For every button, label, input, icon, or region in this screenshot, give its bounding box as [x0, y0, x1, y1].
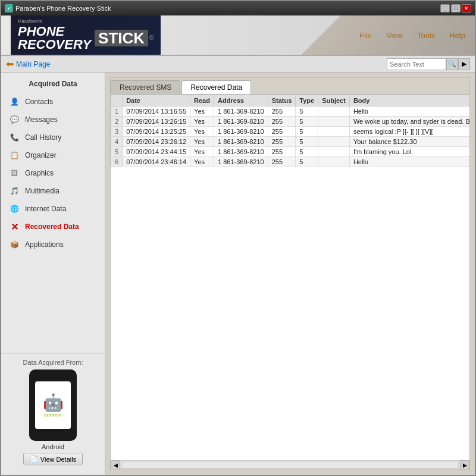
cell-subject	[318, 157, 350, 167]
logo-reg: ®	[149, 35, 154, 41]
horizontal-scrollbar[interactable]: ◀ ▶	[111, 460, 469, 469]
android-text: android	[44, 412, 61, 418]
cell-status: 255	[268, 117, 296, 127]
col-header-read: Read	[190, 95, 214, 107]
cell-body: I'm blaming you. Lol.	[349, 147, 469, 157]
cell-read: Yes	[190, 147, 214, 157]
sidebar-item-internet-data[interactable]: 🌐 Internet Data	[1, 200, 105, 218]
nav-help[interactable]: Help	[449, 31, 465, 40]
cell-num: 6	[111, 157, 123, 167]
table-row[interactable]: 4 07/09/2014 23:26:12 Yes 1 861-369-8210…	[111, 137, 470, 147]
minimize-button[interactable]: _	[440, 4, 450, 12]
app-header: Paraben's PHONE RECOVERY STICK ® File Vi…	[1, 15, 475, 56]
cell-date: 07/09/2014 13:25:25	[123, 127, 190, 137]
contacts-icon: 👤	[8, 96, 20, 108]
device-phone-image: 🤖 android	[29, 369, 77, 441]
nav-tools[interactable]: Tools	[417, 31, 435, 40]
nav-menu: File View Tools Help	[359, 31, 465, 40]
scroll-left-button[interactable]: ◀	[111, 461, 120, 470]
col-header-num	[111, 95, 123, 107]
sidebar-item-call-history[interactable]: 📞 Call History	[1, 129, 105, 146]
logo-area: Paraben's PHONE RECOVERY STICK ®	[11, 15, 161, 56]
cell-date: 07/09/2014 23:26:12	[123, 137, 190, 147]
device-screen: 🤖 android	[35, 381, 71, 429]
nav-file[interactable]: File	[359, 31, 372, 40]
logo-recovery: RECOVERY	[18, 38, 91, 51]
table-row[interactable]: 5 07/09/2014 23:44:15 Yes 1 861-369-8210…	[111, 147, 470, 157]
sidebar-item-applications[interactable]: 📦 Applications	[1, 236, 105, 253]
cell-num: 2	[111, 117, 123, 127]
sidebar-item-recovered-data[interactable]: ✕ Recovered Data	[1, 218, 105, 236]
search-next-button[interactable]: ▶	[458, 58, 470, 70]
window-title: Paraben's Phone Recovery Stick	[15, 5, 111, 12]
cell-type: 5	[296, 147, 318, 157]
scroll-right-button[interactable]: ▶	[460, 461, 469, 470]
tab-recovered-data[interactable]: Recovered Data	[181, 80, 251, 94]
cell-date: 07/09/2014 13:26:15	[123, 117, 190, 127]
sidebar-section-title: Acquired Data	[1, 77, 105, 93]
cell-read: Yes	[190, 137, 214, 147]
graphics-icon: 🖼	[8, 167, 20, 179]
app-icon: ✔	[5, 4, 13, 12]
cell-body: Your balance $122.30	[349, 137, 469, 147]
cell-read: Yes	[190, 107, 214, 117]
tab-recovered-sms[interactable]: Recovered SMS	[111, 80, 180, 94]
col-header-type: Type	[296, 95, 318, 107]
title-bar-left: ✔ Paraben's Phone Recovery Stick	[5, 4, 111, 12]
device-acquired-label: Data Acquired From:	[6, 359, 100, 366]
toolbar: ⬅ Main Page 🔍 ▶	[1, 56, 475, 73]
close-button[interactable]: ✕	[462, 4, 471, 12]
back-button[interactable]: ⬅ Main Page	[6, 58, 50, 70]
main-content: Acquired Data 👤 Contacts 💬 Messages 📞 Ca…	[1, 73, 475, 475]
maximize-button[interactable]: □	[451, 4, 461, 12]
cell-num: 4	[111, 137, 123, 147]
cell-date: 07/09/2014 23:44:15	[123, 147, 190, 157]
sidebar-label-recovered-data: Recovered Data	[25, 223, 79, 231]
table-header-row: Date Read Address Status Type Subject Bo…	[111, 95, 470, 107]
sidebar-item-messages[interactable]: 💬 Messages	[1, 111, 105, 129]
table-row[interactable]: 6 07/09/2014 23:46:14 Yes 1 861-369-8210…	[111, 157, 470, 167]
col-header-body: Body	[349, 95, 469, 107]
scroll-track[interactable]	[121, 462, 459, 469]
logo-stick: STICK	[95, 30, 148, 47]
cell-body: seems logical :P ][- ][ ][ ][V][	[349, 127, 469, 137]
sidebar-label-messages: Messages	[25, 115, 58, 124]
search-area: 🔍 ▶	[387, 58, 470, 70]
sidebar-label-multimedia: Multimedia	[25, 187, 60, 195]
col-header-subject: Subject	[318, 95, 350, 107]
search-button[interactable]: 🔍	[446, 58, 458, 70]
sidebar-item-graphics[interactable]: 🖼 Graphics	[1, 164, 105, 182]
cell-status: 255	[268, 157, 296, 167]
cell-body: We woke up today, and syder is dead. Bac…	[349, 117, 469, 127]
messages-icon: 💬	[8, 114, 20, 126]
sidebar-item-contacts[interactable]: 👤 Contacts	[1, 93, 105, 111]
view-details-button[interactable]: 📄 View Details	[23, 453, 83, 465]
nav-view[interactable]: View	[386, 31, 403, 40]
table-row[interactable]: 3 07/09/2014 13:25:25 Yes 1 861-369-8210…	[111, 127, 470, 137]
cell-read: Yes	[190, 117, 214, 127]
table-row[interactable]: 2 07/09/2014 13:26:15 Yes 1 861-369-8210…	[111, 117, 470, 127]
sidebar-item-organizer[interactable]: 📋 Organizer	[1, 146, 105, 164]
sidebar-item-multimedia[interactable]: 🎵 Multimedia	[1, 182, 105, 200]
cell-date: 07/09/2014 23:46:14	[123, 157, 190, 167]
col-header-status: Status	[268, 95, 296, 107]
cell-status: 255	[268, 127, 296, 137]
logo-main: PHONE RECOVERY STICK ®	[18, 25, 154, 51]
search-input[interactable]	[387, 58, 446, 70]
table-row[interactable]: 1 07/09/2014 13:16:55 Yes 1 861-369-8210…	[111, 107, 470, 117]
android-logo: 🤖	[43, 393, 64, 412]
cell-address: 1 861-369-8210	[214, 107, 268, 117]
logo-text: Paraben's PHONE RECOVERY STICK ®	[18, 19, 154, 51]
cell-address: 1 861-369-8210	[214, 157, 268, 167]
cell-address: 1 861-369-8210	[214, 147, 268, 157]
data-table-container[interactable]: Date Read Address Status Type Subject Bo…	[111, 95, 469, 460]
app-window: ✔ Paraben's Phone Recovery Stick _ □ ✕ P…	[0, 0, 476, 476]
cell-read: Yes	[190, 127, 214, 137]
cell-subject	[318, 147, 350, 157]
cell-status: 255	[268, 147, 296, 157]
title-bar: ✔ Paraben's Phone Recovery Stick _ □ ✕	[1, 1, 475, 15]
cell-body: Hello	[349, 157, 469, 167]
logo-phone: PHONE	[18, 25, 91, 38]
cell-subject	[318, 127, 350, 137]
call-history-icon: 📞	[8, 131, 20, 143]
